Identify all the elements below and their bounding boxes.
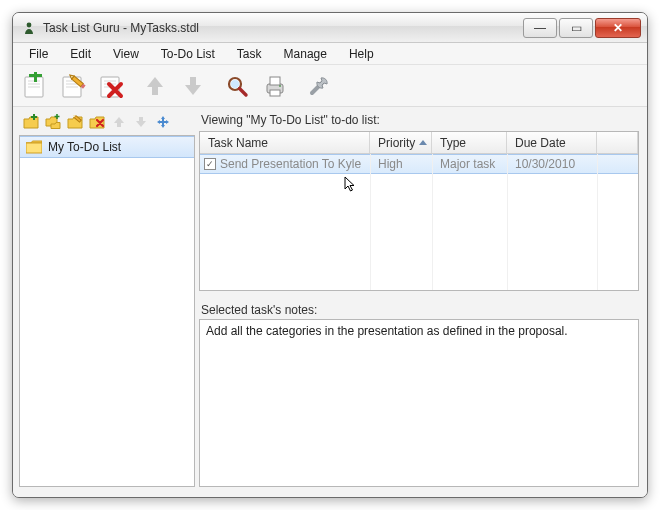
list-tree[interactable]: My To-Do List <box>19 135 195 487</box>
notes-text: Add all the categories in the presentati… <box>206 324 568 338</box>
app-window: Task List Guru - MyTasks.stdl — ▭ ✕ File… <box>12 12 648 498</box>
edit-list-button[interactable] <box>65 112 85 132</box>
grid-body[interactable]: ✓ Send Presentation To Kyle High Major t… <box>200 154 638 290</box>
cell-priority: High <box>370 155 432 173</box>
task-grid[interactable]: Task Name Priority Type Due Date ✓ Send … <box>199 131 639 291</box>
folder-icon <box>26 140 42 154</box>
svg-point-14 <box>279 85 281 87</box>
right-pane: Viewing "My To-Do List" to-do list: Task… <box>199 111 639 487</box>
search-button[interactable] <box>219 68 255 104</box>
toolbar-separator <box>131 68 135 104</box>
list-item-selected[interactable]: My To-Do List <box>20 136 194 158</box>
list-toolbar <box>19 111 195 133</box>
toolbar-separator <box>295 68 299 104</box>
new-task-button[interactable] <box>17 68 53 104</box>
cell-due: 10/30/2010 <box>507 155 597 173</box>
move-up-button[interactable] <box>137 68 173 104</box>
col-header-spacer <box>597 132 638 153</box>
main-toolbar <box>13 65 647 107</box>
minimize-button[interactable]: — <box>523 18 557 38</box>
menu-todo[interactable]: To-Do List <box>151 45 225 63</box>
list-move-button[interactable] <box>153 112 173 132</box>
svg-rect-12 <box>270 77 280 85</box>
list-item-label: My To-Do List <box>48 140 121 154</box>
svg-point-0 <box>27 22 32 27</box>
menu-task[interactable]: Task <box>227 45 272 63</box>
notes-label: Selected task's notes: <box>199 301 639 319</box>
delete-task-button[interactable] <box>93 68 129 104</box>
close-icon: ✕ <box>613 21 623 35</box>
list-down-button[interactable] <box>131 112 151 132</box>
svg-point-10 <box>231 80 239 88</box>
toolbar-separator <box>213 68 217 104</box>
svg-rect-3 <box>29 74 42 77</box>
task-name-text: Send Presentation To Kyle <box>220 157 361 171</box>
window-controls: — ▭ ✕ <box>523 18 641 38</box>
left-pane: My To-Do List <box>19 111 195 487</box>
grid-header: Task Name Priority Type Due Date <box>200 132 638 154</box>
menu-help[interactable]: Help <box>339 45 384 63</box>
edit-task-button[interactable] <box>55 68 91 104</box>
grid-line <box>597 154 598 290</box>
col-header-name[interactable]: Task Name <box>200 132 370 153</box>
grid-line <box>370 154 371 290</box>
list-up-button[interactable] <box>109 112 129 132</box>
mouse-cursor-icon <box>344 176 358 194</box>
task-row[interactable]: ✓ Send Presentation To Kyle High Major t… <box>200 154 638 174</box>
menu-manage[interactable]: Manage <box>274 45 337 63</box>
menu-bar: File Edit View To-Do List Task Manage He… <box>13 43 647 65</box>
col-header-type[interactable]: Type <box>432 132 507 153</box>
menu-view[interactable]: View <box>103 45 149 63</box>
svg-rect-13 <box>270 90 280 96</box>
grid-line <box>432 154 433 290</box>
notes-area[interactable]: Add all the categories in the presentati… <box>199 319 639 487</box>
col-header-priority[interactable]: Priority <box>370 132 432 153</box>
settings-button[interactable] <box>301 68 337 104</box>
col-header-due[interactable]: Due Date <box>507 132 597 153</box>
print-button[interactable] <box>257 68 293 104</box>
move-down-button[interactable] <box>175 68 211 104</box>
maximize-icon: ▭ <box>571 21 582 35</box>
client-area: My To-Do List Viewing "My To-Do List" to… <box>13 107 647 497</box>
title-bar[interactable]: Task List Guru - MyTasks.stdl — ▭ ✕ <box>13 13 647 43</box>
window-title: Task List Guru - MyTasks.stdl <box>43 21 523 35</box>
new-list-button[interactable] <box>21 112 41 132</box>
maximize-button[interactable]: ▭ <box>559 18 593 38</box>
menu-file[interactable]: File <box>19 45 58 63</box>
app-icon <box>21 20 37 36</box>
viewing-label: Viewing "My To-Do List" to-do list: <box>199 111 639 131</box>
close-button[interactable]: ✕ <box>595 18 641 38</box>
delete-list-button[interactable] <box>87 112 107 132</box>
grid-line <box>507 154 508 290</box>
task-checkbox[interactable]: ✓ <box>204 158 216 170</box>
cell-type: Major task <box>432 155 507 173</box>
new-sublist-button[interactable] <box>43 112 63 132</box>
cell-task-name: ✓ Send Presentation To Kyle <box>200 155 370 173</box>
minimize-icon: — <box>534 21 546 35</box>
menu-edit[interactable]: Edit <box>60 45 101 63</box>
